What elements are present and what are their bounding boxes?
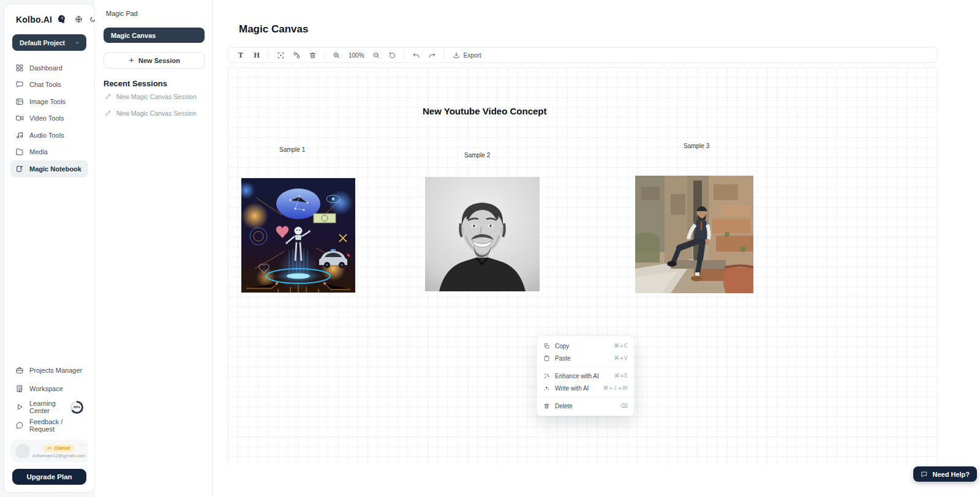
sparkles-icon	[543, 385, 550, 392]
zoom-in-button[interactable]	[330, 48, 343, 62]
sidebar-item-label: Magic Notebook	[29, 165, 81, 173]
pencil-icon	[105, 93, 111, 100]
magic-wand-icon	[543, 373, 550, 379]
building-icon	[15, 384, 24, 393]
sidebar-item-chat-tools[interactable]: Chat Tools	[10, 77, 88, 94]
undo-icon	[412, 51, 420, 59]
logo[interactable]: Kolbo.AI	[16, 15, 52, 24]
redo-button[interactable]	[426, 48, 439, 62]
dashboard-grid-icon	[15, 64, 24, 72]
sample-2-label[interactable]: Sample 2	[464, 152, 490, 159]
notebook-pen-icon	[15, 165, 24, 173]
sample-3-image[interactable]	[635, 176, 753, 293]
panel-item-magic-canvas[interactable]: Magic Canvas	[104, 28, 205, 43]
menu-item-label: Write with AI	[555, 385, 589, 392]
zoom-out-icon	[372, 51, 380, 59]
user-account-chip[interactable]: Owner zoharvan12@gmail.com	[10, 439, 88, 463]
canvas-grid-area[interactable]: New Youtube Video Concept Sample 1 Sampl…	[228, 67, 938, 466]
music-note-icon	[15, 131, 24, 140]
copy-icon	[543, 343, 550, 349]
project-selector[interactable]: Default Project	[12, 34, 86, 51]
page-title: Magic Canvas	[239, 23, 308, 36]
sidebar-item-label: Projects Manager	[29, 367, 82, 374]
reset-rotate-icon	[388, 51, 396, 59]
heading-tool-icon: H	[254, 51, 260, 60]
avatar	[15, 444, 30, 458]
export-button[interactable]: Export	[450, 51, 484, 59]
ai-select-tool-button[interactable]	[274, 48, 287, 62]
sidebar-item-projects-manager[interactable]: Projects Manager	[10, 361, 88, 379]
sidebar-item-audio-tools[interactable]: Audio Tools	[10, 127, 88, 144]
sidebar-nav: Dashboard Chat Tools Image Tools Video T…	[10, 59, 88, 177]
canvas-title-text[interactable]: New Youtube Video Concept	[423, 106, 547, 116]
recent-sessions-heading: Recent Sessions	[104, 79, 205, 88]
undo-button[interactable]	[410, 48, 423, 62]
zoom-out-button[interactable]	[370, 48, 383, 62]
sample-1-label[interactable]: Sample 1	[279, 146, 305, 153]
connector-nodes-icon	[293, 51, 301, 59]
reset-view-button[interactable]	[386, 48, 399, 62]
menu-item-shortcut: ⌘+E	[614, 373, 628, 379]
chevron-down-icon	[74, 40, 80, 46]
speech-bubble-icon	[15, 421, 24, 430]
panel-item-magic-pad[interactable]: Magic Pad	[104, 9, 205, 17]
sidebar-item-learning-center[interactable]: Learning Center 66%	[10, 398, 88, 416]
text-tool-icon: T	[238, 51, 243, 60]
need-help-button[interactable]: Need Help?	[913, 466, 977, 482]
sidebar: Kolbo.AI Default Project Dashboard Chat …	[4, 4, 95, 493]
delete-tool-button[interactable]	[306, 48, 319, 62]
sidebar-item-label: Chat Tools	[29, 81, 61, 88]
sample-2-image[interactable]	[425, 177, 540, 291]
sidebar-item-image-tools[interactable]: Image Tools	[10, 93, 88, 110]
sample-1-image[interactable]	[241, 178, 355, 293]
connector-tool-button[interactable]	[290, 48, 303, 62]
role-badge-label: Owner	[54, 445, 70, 451]
trash-icon	[309, 51, 317, 59]
text-tool-button[interactable]: T	[234, 48, 247, 62]
zoom-level: 100%	[345, 52, 368, 59]
sidebar-item-magic-notebook[interactable]: Magic Notebook	[10, 160, 88, 177]
learning-progress-value: 66%	[72, 403, 81, 412]
sidebar-item-workspace[interactable]: Workspace	[10, 379, 88, 398]
pencil-icon	[105, 110, 111, 116]
plus-icon	[128, 57, 135, 64]
session-item[interactable]: New Magic Canvas Session	[104, 88, 205, 105]
session-item-label: New Magic Canvas Session	[116, 110, 197, 117]
sidebar-item-label: Image Tools	[29, 98, 66, 105]
session-item-label: New Magic Canvas Session	[116, 93, 197, 100]
context-menu-item-copy[interactable]: Copy ⌘+C	[537, 340, 634, 352]
download-icon	[453, 51, 460, 59]
sidebar-item-dashboard[interactable]: Dashboard	[10, 59, 88, 77]
sidebar-item-media[interactable]: Media	[10, 144, 88, 161]
globe-icon	[75, 15, 83, 23]
menu-item-shortcut: ⌫	[620, 403, 628, 409]
language-button[interactable]	[74, 14, 84, 24]
context-menu-item-write-with-ai[interactable]: Write with AI ⌘+⇧+W	[537, 382, 634, 394]
context-menu-item-delete[interactable]: Delete ⌫	[537, 400, 634, 412]
session-item[interactable]: New Magic Canvas Session	[104, 105, 205, 121]
sidebar-item-video-tools[interactable]: Video Tools	[10, 110, 88, 127]
project-selector-label: Default Project	[20, 39, 65, 47]
heading-tool-button[interactable]: H	[250, 48, 263, 62]
user-email: zoharvan12@gmail.com	[32, 453, 85, 458]
sample-3-label[interactable]: Sample 3	[684, 143, 709, 149]
ai-select-frame-icon	[277, 51, 285, 59]
chat-bubble-icon	[921, 471, 928, 478]
video-camera-icon	[15, 114, 24, 122]
new-session-button[interactable]: New Session	[104, 52, 205, 69]
media-folder-icon	[15, 148, 24, 156]
upgrade-plan-button[interactable]: Upgrade Plan	[12, 469, 86, 485]
role-badge: Owner	[43, 444, 74, 452]
context-menu: Copy ⌘+C Paste ⌘+V Enhance with AI ⌘+E	[537, 335, 635, 416]
new-session-label: New Session	[138, 57, 180, 64]
trash-icon	[543, 403, 550, 409]
toolbar-divider	[324, 51, 325, 59]
context-menu-item-paste[interactable]: Paste ⌘+V	[537, 352, 634, 364]
chat-bubble-icon	[15, 80, 24, 89]
main-area: Magic Canvas T H 100%	[213, 0, 980, 497]
sidebar-item-feedback-request[interactable]: Feedback / Request	[10, 416, 88, 435]
menu-item-shortcut: ⌘+V	[614, 355, 628, 361]
play-icon	[15, 403, 24, 411]
menu-item-label: Paste	[555, 355, 571, 362]
context-menu-item-enhance-with-ai[interactable]: Enhance with AI ⌘+E	[537, 370, 634, 382]
